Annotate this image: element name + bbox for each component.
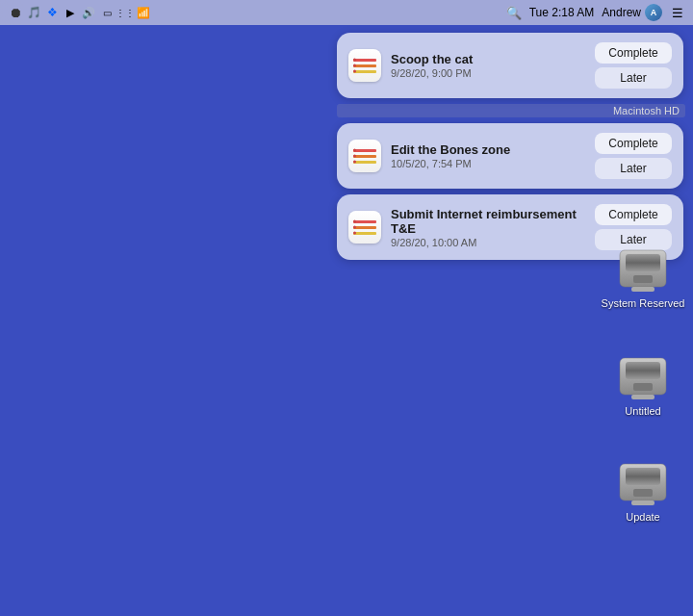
later-button-3[interactable]: Later — [595, 229, 672, 250]
svg-rect-1 — [626, 254, 660, 271]
notification-date-2: 10/5/20, 7:54 PM — [391, 158, 585, 169]
drive-icon-update — [616, 462, 670, 510]
notification-content-1: Scoop the cat 9/28/20, 9:00 PM — [391, 52, 585, 79]
notification-content-2: Edit the Bones zone 10/5/20, 7:54 PM — [391, 142, 585, 169]
username-label: Andrew — [602, 6, 641, 19]
reminder-icon-2 — [348, 140, 381, 172]
desktop-icon-update[interactable]: Update — [604, 462, 681, 524]
reminder-line-6 — [353, 161, 376, 164]
svg-rect-11 — [631, 500, 654, 505]
desktop-icon-label-system-reserved: System Reserved — [598, 296, 689, 310]
macintosh-hd-label: Macintosh HD — [337, 104, 685, 117]
notification-date-1: 9/28/20, 9:00 PM — [391, 67, 585, 79]
later-button-1[interactable]: Later — [595, 67, 672, 89]
reminder-icon-3 — [348, 211, 381, 244]
notification-actions-1: Complete Later — [595, 42, 672, 89]
notification-date-3: 9/28/20, 10:00 AM — [391, 237, 585, 248]
reminder-icon-1 — [348, 49, 381, 82]
search-icon[interactable]: 🔍 — [506, 5, 522, 20]
complete-button-1[interactable]: Complete — [595, 42, 672, 64]
svg-rect-7 — [631, 395, 654, 399]
svg-rect-6 — [633, 383, 653, 391]
music-icon[interactable]: 🎵 — [26, 5, 41, 20]
reminder-line-9 — [353, 232, 376, 235]
svg-rect-9 — [626, 468, 660, 485]
bluetooth-icon[interactable]: ⋮⋮ — [117, 5, 133, 20]
notification-content-3: Submit Internet reimbursement T&E 9/28/2… — [391, 207, 585, 248]
notification-title-1: Scoop the cat — [391, 52, 585, 66]
menubar-clock: Tue 2:18 AM — [529, 6, 595, 19]
drive-icon-untitled — [616, 356, 670, 404]
reminder-line-2 — [353, 64, 376, 67]
later-button-2[interactable]: Later — [595, 158, 672, 179]
notification-card-1: Scoop the cat 9/28/20, 9:00 PM Complete … — [337, 33, 683, 98]
desktop-icon-untitled[interactable]: Untitled — [604, 356, 681, 418]
notification-card-2: Edit the Bones zone 10/5/20, 7:54 PM Com… — [337, 123, 683, 189]
svg-rect-2 — [633, 275, 653, 283]
reminder-line-3 — [353, 70, 376, 73]
menubar-user[interactable]: Andrew A — [602, 4, 662, 21]
user-avatar: A — [645, 4, 662, 21]
reminder-line-8 — [353, 226, 376, 229]
desktop-icon-system-reserved[interactable]: System Reserved — [604, 248, 681, 310]
app-icons: ⏺ 🎵 ❖ ▶ 🔊 ▭ ⋮⋮ 📶 — [8, 5, 151, 20]
svg-rect-3 — [631, 287, 654, 292]
reminder-line-5 — [353, 155, 376, 158]
notifications-container: Scoop the cat 9/28/20, 9:00 PM Complete … — [337, 33, 683, 260]
notification-title-2: Edit the Bones zone — [391, 142, 585, 157]
notification-actions-3: Complete Later — [595, 204, 672, 250]
menu-icon[interactable]: ☰ — [670, 5, 685, 20]
volume-icon[interactable]: 🔊 — [81, 5, 96, 20]
dropbox-icon[interactable]: ❖ — [44, 5, 60, 20]
notification-title-3: Submit Internet reimbursement T&E — [391, 207, 585, 236]
chevron-icon[interactable]: ▶ — [63, 5, 78, 20]
menubar-left: ⏺ 🎵 ❖ ▶ 🔊 ▭ ⋮⋮ 📶 — [8, 5, 151, 20]
drive-icon-system-reserved — [616, 248, 670, 296]
reminder-line-7 — [353, 220, 376, 223]
svg-rect-10 — [633, 489, 653, 497]
menubar: ⏺ 🎵 ❖ ▶ 🔊 ▭ ⋮⋮ 📶 🔍 Tue 2:18 AM Andrew A … — [0, 0, 693, 25]
svg-rect-5 — [626, 362, 660, 379]
stop-icon[interactable]: ⏺ — [8, 5, 23, 20]
complete-button-3[interactable]: Complete — [595, 204, 672, 225]
menubar-right: 🔍 Tue 2:18 AM Andrew A ☰ — [506, 4, 685, 21]
reminder-line-1 — [353, 59, 376, 62]
reminder-line-4 — [353, 149, 376, 152]
display-icon[interactable]: ▭ — [99, 5, 115, 20]
desktop-icon-label-update: Update — [622, 510, 663, 524]
complete-button-2[interactable]: Complete — [595, 133, 672, 154]
wifi-icon[interactable]: 📶 — [136, 5, 151, 20]
desktop-icon-label-untitled: Untitled — [621, 404, 664, 418]
notification-actions-2: Complete Later — [595, 133, 672, 179]
